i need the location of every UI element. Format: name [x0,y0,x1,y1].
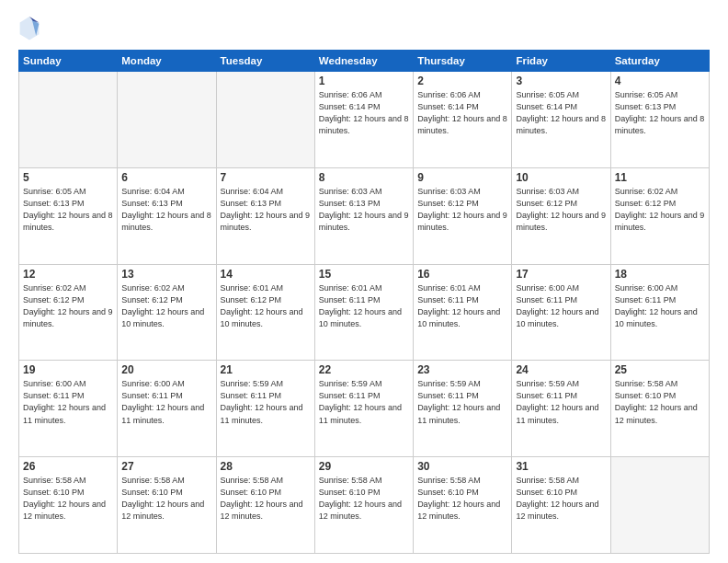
day-info: Sunrise: 6:06 AM Sunset: 6:14 PM Dayligh… [417,89,507,137]
calendar-cell: 29Sunrise: 5:58 AM Sunset: 6:10 PM Dayli… [314,457,413,554]
day-number: 15 [319,268,409,281]
calendar-cell: 5Sunrise: 6:05 AM Sunset: 6:13 PM Daylig… [19,167,118,264]
calendar-cell: 13Sunrise: 6:02 AM Sunset: 6:12 PM Dayli… [118,264,216,361]
calendar-cell [118,72,216,168]
calendar-cell: 9Sunrise: 6:03 AM Sunset: 6:12 PM Daylig… [414,167,512,264]
day-info: Sunrise: 6:03 AM Sunset: 6:13 PM Dayligh… [319,186,409,234]
weekday-header-tuesday: Tuesday [216,51,314,72]
weekday-header-sunday: Sunday [19,51,118,72]
day-info: Sunrise: 5:58 AM Sunset: 6:10 PM Dayligh… [417,475,507,523]
day-info: Sunrise: 6:00 AM Sunset: 6:11 PM Dayligh… [121,378,211,426]
day-number: 7 [221,171,311,184]
week-row-2: 5Sunrise: 6:05 AM Sunset: 6:13 PM Daylig… [19,167,710,264]
day-number: 11 [615,171,705,184]
calendar-cell: 16Sunrise: 6:01 AM Sunset: 6:11 PM Dayli… [414,264,512,361]
day-number: 25 [615,363,705,376]
day-info: Sunrise: 5:58 AM Sunset: 6:10 PM Dayligh… [516,475,606,523]
day-info: Sunrise: 6:01 AM Sunset: 6:11 PM Dayligh… [319,282,409,330]
day-info: Sunrise: 6:04 AM Sunset: 6:13 PM Dayligh… [121,186,211,234]
day-number: 10 [516,171,606,184]
calendar-cell: 17Sunrise: 6:00 AM Sunset: 6:11 PM Dayli… [512,264,610,361]
week-row-5: 26Sunrise: 5:58 AM Sunset: 6:10 PM Dayli… [19,457,710,554]
day-info: Sunrise: 5:59 AM Sunset: 6:11 PM Dayligh… [319,378,409,426]
day-info: Sunrise: 6:02 AM Sunset: 6:12 PM Dayligh… [23,282,113,330]
calendar-cell: 14Sunrise: 6:01 AM Sunset: 6:12 PM Dayli… [216,264,314,361]
week-row-1: 1Sunrise: 6:06 AM Sunset: 6:14 PM Daylig… [19,72,710,168]
day-info: Sunrise: 6:04 AM Sunset: 6:13 PM Dayligh… [221,186,311,234]
logo-icon [18,15,40,40]
day-number: 22 [319,363,409,376]
day-number: 20 [121,363,211,376]
calendar-cell: 21Sunrise: 5:59 AM Sunset: 6:11 PM Dayli… [216,361,314,457]
calendar-cell: 26Sunrise: 5:58 AM Sunset: 6:10 PM Dayli… [19,457,118,554]
day-number: 30 [417,460,507,473]
day-info: Sunrise: 5:59 AM Sunset: 6:11 PM Dayligh… [516,378,606,426]
page: SundayMondayTuesdayWednesdayThursdayFrid… [0,0,728,563]
day-info: Sunrise: 6:01 AM Sunset: 6:11 PM Dayligh… [417,282,507,330]
calendar-cell: 8Sunrise: 6:03 AM Sunset: 6:13 PM Daylig… [314,167,413,264]
day-info: Sunrise: 5:58 AM Sunset: 6:10 PM Dayligh… [23,475,113,523]
calendar-cell: 25Sunrise: 5:58 AM Sunset: 6:10 PM Dayli… [610,361,709,457]
calendar-cell: 10Sunrise: 6:03 AM Sunset: 6:12 PM Dayli… [512,167,610,264]
day-info: Sunrise: 6:05 AM Sunset: 6:14 PM Dayligh… [516,89,606,137]
header [18,15,710,40]
calendar-cell: 4Sunrise: 6:05 AM Sunset: 6:13 PM Daylig… [610,72,709,168]
calendar-cell: 12Sunrise: 6:02 AM Sunset: 6:12 PM Dayli… [19,264,118,361]
weekday-header-thursday: Thursday [414,51,512,72]
calendar-cell: 30Sunrise: 5:58 AM Sunset: 6:10 PM Dayli… [414,457,512,554]
calendar-cell: 31Sunrise: 5:58 AM Sunset: 6:10 PM Dayli… [512,457,610,554]
calendar-cell: 3Sunrise: 6:05 AM Sunset: 6:14 PM Daylig… [512,72,610,168]
logo [18,15,44,40]
day-number: 2 [417,75,507,87]
weekday-header-wednesday: Wednesday [314,51,413,72]
day-number: 14 [221,268,311,281]
weekday-header-monday: Monday [118,51,216,72]
day-info: Sunrise: 6:05 AM Sunset: 6:13 PM Dayligh… [615,89,705,137]
calendar-cell: 18Sunrise: 6:00 AM Sunset: 6:11 PM Dayli… [610,264,709,361]
day-number: 27 [121,460,211,473]
calendar-cell [19,72,118,168]
week-row-3: 12Sunrise: 6:02 AM Sunset: 6:12 PM Dayli… [19,264,710,361]
day-number: 16 [417,268,507,281]
weekday-header-friday: Friday [512,51,610,72]
day-number: 6 [121,171,211,184]
day-info: Sunrise: 5:58 AM Sunset: 6:10 PM Dayligh… [319,475,409,523]
day-number: 9 [417,171,507,184]
calendar-cell: 22Sunrise: 5:59 AM Sunset: 6:11 PM Dayli… [314,361,413,457]
day-info: Sunrise: 6:03 AM Sunset: 6:12 PM Dayligh… [516,186,606,234]
day-number: 13 [121,268,211,281]
calendar-cell: 11Sunrise: 6:02 AM Sunset: 6:12 PM Dayli… [610,167,709,264]
calendar-cell [610,457,709,554]
day-info: Sunrise: 6:05 AM Sunset: 6:13 PM Dayligh… [23,186,113,234]
calendar-cell: 19Sunrise: 6:00 AM Sunset: 6:11 PM Dayli… [19,361,118,457]
calendar-cell: 1Sunrise: 6:06 AM Sunset: 6:14 PM Daylig… [314,72,413,168]
day-info: Sunrise: 6:03 AM Sunset: 6:12 PM Dayligh… [417,186,507,234]
day-number: 29 [319,460,409,473]
day-number: 5 [23,171,113,184]
day-number: 21 [221,363,311,376]
day-number: 23 [417,363,507,376]
day-info: Sunrise: 5:58 AM Sunset: 6:10 PM Dayligh… [615,378,705,426]
day-info: Sunrise: 6:00 AM Sunset: 6:11 PM Dayligh… [516,282,606,330]
day-info: Sunrise: 6:00 AM Sunset: 6:11 PM Dayligh… [615,282,705,330]
calendar-cell: 23Sunrise: 5:59 AM Sunset: 6:11 PM Dayli… [414,361,512,457]
day-info: Sunrise: 5:59 AM Sunset: 6:11 PM Dayligh… [221,378,311,426]
day-number: 1 [319,75,409,87]
day-number: 28 [221,460,311,473]
calendar-cell: 28Sunrise: 5:58 AM Sunset: 6:10 PM Dayli… [216,457,314,554]
day-info: Sunrise: 5:59 AM Sunset: 6:11 PM Dayligh… [417,378,507,426]
day-number: 3 [516,75,606,87]
calendar-cell: 7Sunrise: 6:04 AM Sunset: 6:13 PM Daylig… [216,167,314,264]
calendar-cell: 24Sunrise: 5:59 AM Sunset: 6:11 PM Dayli… [512,361,610,457]
calendar-cell: 6Sunrise: 6:04 AM Sunset: 6:13 PM Daylig… [118,167,216,264]
calendar-cell: 27Sunrise: 5:58 AM Sunset: 6:10 PM Dayli… [118,457,216,554]
day-info: Sunrise: 5:58 AM Sunset: 6:10 PM Dayligh… [221,475,311,523]
calendar-cell: 15Sunrise: 6:01 AM Sunset: 6:11 PM Dayli… [314,264,413,361]
day-number: 24 [516,363,606,376]
day-info: Sunrise: 6:00 AM Sunset: 6:11 PM Dayligh… [23,378,113,426]
day-info: Sunrise: 6:02 AM Sunset: 6:12 PM Dayligh… [121,282,211,330]
day-number: 4 [615,75,705,87]
day-number: 31 [516,460,606,473]
day-number: 19 [23,363,113,376]
weekday-header-row: SundayMondayTuesdayWednesdayThursdayFrid… [19,51,710,72]
